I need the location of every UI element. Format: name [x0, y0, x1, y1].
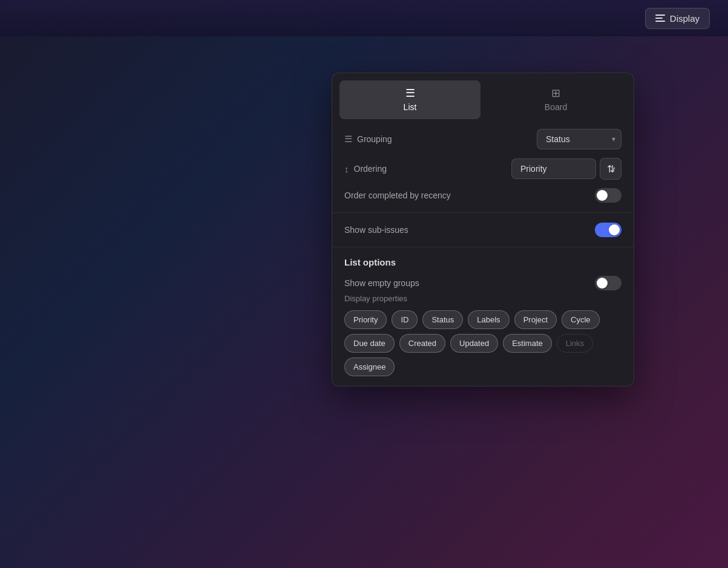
order-completed-row: Order completed by recency	[344, 188, 621, 203]
display-icon	[655, 15, 665, 22]
property-labels[interactable]: Labels	[468, 310, 509, 329]
ordering-select-wrapper: Priority Created Updated Due date ▾ ⇅	[511, 158, 621, 180]
display-panel: ☰ List ⊞ Board ☰ Grouping Status Priorit…	[332, 73, 634, 387]
view-toggle: ☰ List ⊞ Board	[332, 73, 634, 119]
board-view-button[interactable]: ⊞ Board	[485, 80, 626, 119]
grouping-icon: ☰	[344, 134, 352, 145]
list-view-label: List	[404, 102, 417, 112]
show-empty-groups-row: Show empty groups	[344, 276, 621, 290]
sub-issues-toggle[interactable]	[595, 223, 621, 237]
display-button[interactable]: Display	[645, 8, 710, 29]
list-view-button[interactable]: ☰ List	[339, 80, 480, 119]
order-completed-label: Order completed by recency	[344, 191, 451, 200]
display-properties-label: Display properties	[344, 294, 621, 303]
property-updated[interactable]: Updated	[450, 334, 498, 353]
show-empty-groups-toggle[interactable]	[595, 276, 621, 290]
sub-issues-row: Show sub-issues	[344, 223, 621, 237]
property-project[interactable]: Project	[514, 310, 557, 329]
order-completed-toggle[interactable]	[595, 188, 621, 203]
grouping-ordering-section: ☰ Grouping Status Priority Assignee Proj…	[332, 119, 634, 213]
property-due-date[interactable]: Due date	[344, 334, 395, 353]
property-assignee[interactable]: Assignee	[344, 357, 395, 376]
property-id[interactable]: ID	[392, 310, 418, 329]
display-button-label: Display	[670, 13, 700, 24]
grouping-row: ☰ Grouping Status Priority Assignee Proj…	[344, 129, 621, 149]
ordering-icon: ↕	[344, 164, 349, 174]
property-created[interactable]: Created	[399, 334, 445, 353]
list-icon: ☰	[405, 88, 415, 99]
grouping-label-container: ☰ Grouping	[344, 134, 537, 145]
ordering-label: Ordering	[354, 164, 387, 174]
board-view-label: Board	[545, 102, 567, 112]
grouping-select[interactable]: Status Priority Assignee Project	[537, 129, 621, 149]
list-options-section: List options Show empty groups Display p…	[332, 247, 634, 386]
sub-issues-label: Show sub-issues	[344, 225, 408, 235]
ordering-row: ↕ Ordering Priority Created Updated Due …	[344, 158, 621, 180]
ordering-label-container: ↕ Ordering	[344, 164, 511, 174]
property-priority[interactable]: Priority	[344, 310, 387, 329]
ordering-select[interactable]: Priority Created Updated Due date	[511, 158, 596, 179]
order-direction-button[interactable]: ⇅	[600, 158, 621, 180]
property-estimate[interactable]: Estimate	[503, 334, 552, 353]
grouping-select-wrapper: Status Priority Assignee Project ▾	[537, 129, 621, 149]
property-links[interactable]: Links	[557, 334, 593, 353]
board-icon: ⊞	[551, 88, 560, 99]
order-direction-icon: ⇅	[607, 163, 615, 175]
property-status[interactable]: Status	[422, 310, 463, 329]
grouping-label: Grouping	[357, 134, 392, 144]
properties-grid: Priority ID Status Labels Project Cycle …	[344, 310, 621, 376]
top-bar: Display	[0, 0, 728, 36]
list-options-title: List options	[344, 257, 621, 267]
show-empty-groups-label: Show empty groups	[344, 278, 419, 288]
sub-issues-section: Show sub-issues	[332, 213, 634, 247]
property-cycle[interactable]: Cycle	[562, 310, 600, 329]
